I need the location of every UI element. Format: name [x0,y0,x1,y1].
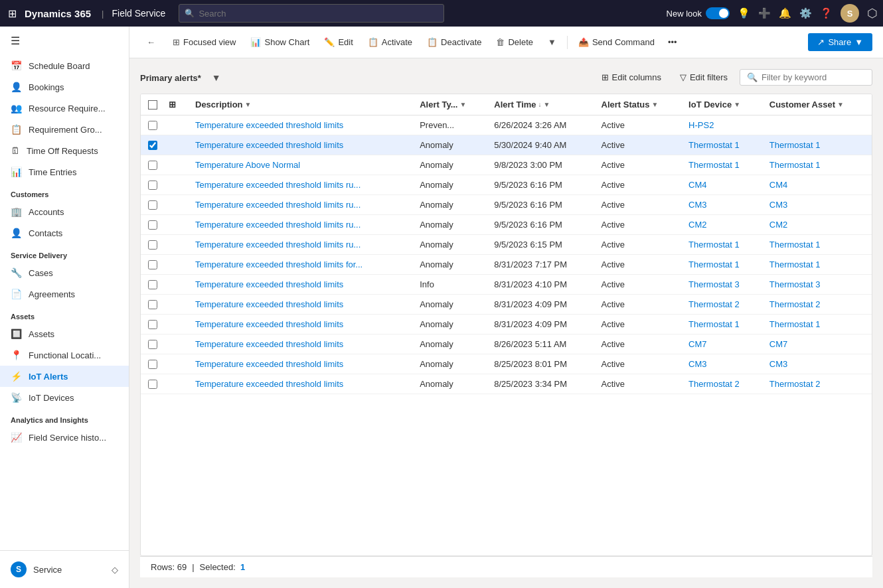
hierarchy-icon[interactable]: ⊞ [169,100,176,110]
add-icon[interactable]: ➕ [758,7,771,19]
sidebar-item-requirement-gro[interactable]: 📋 Requirement Gro... [0,119,129,140]
search-input[interactable] [199,9,438,19]
iot-device-link[interactable]: Thermostat 1 [688,259,740,269]
show-chart-button[interactable]: 📊 Show Chart [244,33,316,51]
sidebar-item-iot-alerts[interactable]: ⚡ IoT Alerts [0,366,129,387]
iot-device-link[interactable]: Thermostat 1 [688,240,740,250]
iot-device-link[interactable]: CM2 [688,220,706,230]
description-link[interactable]: Temperature exceeded threshold limits [195,379,343,389]
description-link[interactable]: Temperature Above Normal [195,160,300,170]
customer-asset-link[interactable]: Thermostat 1 [769,160,821,170]
row-checkbox[interactable] [148,161,157,170]
delete-button[interactable]: 🗑 Delete [489,33,540,51]
header-alert-type[interactable]: Alert Ty... ▼ [413,94,487,115]
header-iot-device[interactable]: IoT Device ▼ [682,94,763,115]
description-link[interactable]: Temperature exceeded threshold limits ru… [195,200,361,210]
focused-view-button[interactable]: ⊞ Focused view [166,33,242,51]
send-command-button[interactable]: 📤 Send Command [572,33,661,51]
row-checkbox[interactable] [148,320,157,329]
bulb-icon[interactable]: 💡 [738,7,750,19]
sidebar-item-field-service-history[interactable]: 📈 Field Service histo... [0,427,129,448]
row-checkbox[interactable] [148,340,157,349]
microsoft-logo[interactable]: ⬡ [867,6,878,21]
expand-button[interactable]: ▼ [541,33,563,51]
sidebar-item-iot-devices[interactable]: 📡 IoT Devices [0,387,129,408]
sidebar-item-time-entries[interactable]: 📊 Time Entries [0,161,129,183]
customer-asset-link[interactable]: Thermostat 1 [769,259,821,269]
sidebar-item-schedule-board[interactable]: 📅 Schedule Board [0,55,129,76]
row-checkbox[interactable] [148,300,157,309]
iot-device-link[interactable]: CM7 [688,339,706,349]
customer-asset-link[interactable]: Thermostat 1 [769,240,821,250]
sidebar-hamburger-icon[interactable]: ☰ [0,27,129,55]
edit-button[interactable]: ✏️ Edit [317,33,359,51]
sidebar-bottom-service[interactable]: S Service ◇ [0,556,129,583]
header-alert-status[interactable]: Alert Status ▼ [595,94,682,115]
edit-filters-button[interactable]: ▽ Edit filters [673,69,734,86]
row-checkbox[interactable] [148,141,157,150]
customer-asset-link[interactable]: Thermostat 2 [769,379,821,389]
row-checkbox[interactable] [148,240,157,250]
description-link[interactable]: Temperature exceeded threshold limits [195,120,343,130]
sidebar-item-accounts[interactable]: 🏢 Accounts [0,201,129,222]
customer-asset-link[interactable]: CM3 [769,359,787,369]
customer-asset-link[interactable]: CM4 [769,180,787,190]
sidebar-item-time-off-requests[interactable]: 🗓 Time Off Requests [0,140,129,161]
select-all-checkbox[interactable] [148,100,157,110]
iot-device-link[interactable]: Thermostat 2 [688,379,740,389]
row-checkbox[interactable] [148,181,157,190]
description-link[interactable]: Temperature exceeded threshold limits ru… [195,180,361,190]
description-link[interactable]: Temperature exceeded threshold limits [195,299,343,309]
iot-device-link[interactable]: Thermostat 1 [688,319,740,329]
sidebar-item-functional-locations[interactable]: 📍 Functional Locati... [0,344,129,366]
sidebar-item-contacts[interactable]: 👤 Contacts [0,222,129,244]
customer-asset-link[interactable]: CM3 [769,200,787,210]
description-link[interactable]: Temperature exceeded threshold limits ru… [195,240,361,250]
customer-asset-link[interactable]: Thermostat 1 [769,140,821,150]
sidebar-pin-icon[interactable]: ◇ [112,565,118,575]
sidebar-item-cases[interactable]: 🔧 Cases [0,262,129,283]
row-checkbox[interactable] [148,220,157,230]
deactivate-button[interactable]: 📋 Deactivate [420,33,488,51]
customer-asset-link[interactable]: Thermostat 2 [769,299,821,309]
grid-title-dropdown-button[interactable]: ▼ [209,71,224,84]
description-link[interactable]: Temperature exceeded threshold limits [195,140,343,150]
row-checkbox[interactable] [148,200,157,210]
edit-columns-button[interactable]: ⊞ Edit columns [595,69,668,86]
iot-device-link[interactable]: Thermostat 3 [688,279,740,289]
row-checkbox[interactable] [148,121,157,130]
notification-icon[interactable]: 🔔 [779,7,791,19]
description-link[interactable]: Temperature exceeded threshold limits [195,359,343,369]
settings-icon[interactable]: ⚙️ [799,7,812,19]
header-alert-time[interactable]: Alert Time ↓ ▼ [487,94,594,115]
customer-asset-link[interactable]: Thermostat 1 [769,319,821,329]
description-link[interactable]: Temperature exceeded threshold limits fo… [195,259,362,269]
row-checkbox[interactable] [148,280,157,289]
row-checkbox[interactable] [148,380,157,389]
header-description[interactable]: Description ▼ [189,94,413,115]
iot-device-link[interactable]: CM3 [688,200,706,210]
more-options-button[interactable]: ••• [663,33,682,51]
iot-device-link[interactable]: Thermostat 2 [688,299,740,309]
activate-button[interactable]: 📋 Activate [361,33,419,51]
description-link[interactable]: Temperature exceeded threshold limits [195,339,343,349]
share-button[interactable]: ↗ Share ▼ [808,33,872,51]
back-button[interactable]: ← [140,33,162,51]
search-bar[interactable]: 🔍 [179,4,444,23]
help-icon[interactable]: ❓ [820,7,833,19]
iot-device-link[interactable]: CM3 [688,359,706,369]
row-checkbox[interactable] [148,260,157,269]
iot-device-link[interactable]: CM4 [688,180,706,190]
customer-asset-link[interactable]: CM2 [769,220,787,230]
sidebar-item-agreements[interactable]: 📄 Agreements [0,283,129,305]
user-avatar[interactable]: S [841,4,859,23]
description-link[interactable]: Temperature exceeded threshold limits [195,279,343,289]
waffle-menu-icon[interactable]: ⊞ [5,5,19,23]
header-customer-asset[interactable]: Customer Asset ▼ [763,94,872,115]
new-look-toggle[interactable] [706,7,730,19]
iot-device-link[interactable]: Thermostat 1 [688,160,740,170]
row-checkbox[interactable] [148,360,157,369]
description-link[interactable]: Temperature exceeded threshold limits ru… [195,220,361,230]
filter-keyword-input[interactable] [762,72,873,82]
customer-asset-link[interactable]: Thermostat 3 [769,279,821,289]
